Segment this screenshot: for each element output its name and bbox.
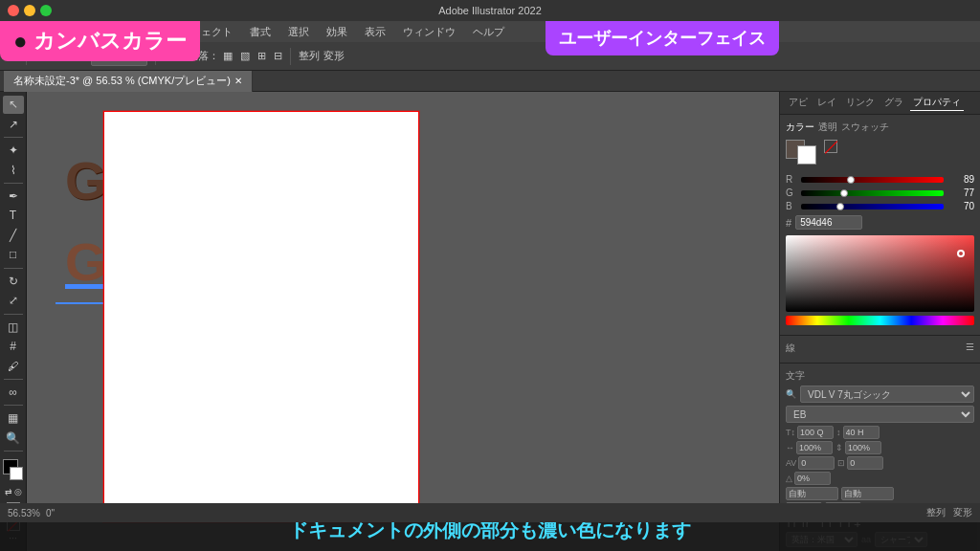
tracking-pct-input[interactable] (794, 472, 831, 485)
g-slider-thumb[interactable] (840, 189, 848, 197)
color-sub-tabs: カラー 透明 スウォッチ (786, 121, 974, 134)
line-tool[interactable]: ╱ (3, 227, 24, 245)
menu-select[interactable]: 選択 (280, 23, 317, 41)
rect-tool[interactable]: □ (3, 246, 24, 264)
bg-swatch[interactable] (797, 145, 816, 165)
b-value: 70 (947, 201, 974, 211)
auto-input-1[interactable] (786, 487, 838, 500)
selection-tool[interactable]: ↖ (3, 96, 24, 114)
pct-icon: △ (786, 474, 792, 483)
r-label: R (786, 174, 797, 185)
r-slider-track[interactable] (801, 177, 944, 183)
tab-link[interactable]: リンク (843, 95, 878, 111)
tracking-input[interactable] (847, 456, 883, 470)
menu-view[interactable]: 表示 (357, 23, 393, 41)
g-label: G (786, 187, 797, 198)
kern-metric-1: AV (786, 456, 835, 470)
document-tab[interactable]: 名称未設定-3* @ 56.53 % (CMYK/プレビュー) ✕ (4, 71, 253, 92)
reset-colors-icon[interactable]: ◎ (14, 487, 22, 496)
ui-label: ユーザーインターフェイス (546, 21, 779, 55)
eyedropper-tool[interactable]: 🖋 (3, 357, 24, 375)
font-name-select[interactable]: VDL V 7丸ゴシック (800, 386, 974, 403)
menu-help[interactable]: ヘルプ (465, 23, 512, 41)
blend-tool[interactable]: ∞ (3, 384, 24, 402)
r-slider-row: R 89 (786, 174, 974, 185)
font-weight-select[interactable]: EB (786, 406, 974, 423)
right-panel: アピ レイ リンク グラ プロパティ カラー 透明 スウォッチ (779, 92, 980, 551)
magic-wand-tool[interactable]: ✦ (3, 142, 24, 160)
pen-tool[interactable]: ✒ (3, 187, 24, 206)
hue-slider[interactable] (786, 316, 974, 325)
tab-layer[interactable]: レイ (814, 95, 839, 111)
canvas-area: GONTAN GONTAN 👈 (27, 92, 779, 551)
search-font-icon: 🔍 (786, 389, 796, 399)
zoom-level: 56.53% (8, 508, 40, 518)
swap-colors-icon[interactable]: ⇄ (5, 487, 12, 496)
kern-row: AV ⊡ (786, 456, 974, 470)
tool-separator2 (4, 183, 23, 184)
kern-input[interactable] (798, 456, 835, 470)
subtitle-text: ドキュメントの外側の部分も濃い色になります (289, 519, 691, 540)
tab-graph[interactable]: グラ (881, 95, 906, 111)
color-gradient-picker[interactable] (786, 235, 974, 312)
r-slider-thumb[interactable] (847, 176, 855, 184)
size-metric-3: ↔ (786, 441, 833, 454)
b-label: B (786, 201, 797, 211)
zoom-tool[interactable]: 🔍 (3, 430, 24, 448)
tab-properties[interactable]: プロパティ (910, 95, 964, 111)
color-picker-area (786, 235, 974, 325)
line-height-input[interactable] (843, 426, 880, 439)
tab-api[interactable]: アピ (786, 95, 811, 111)
stroke-header: 線 ☰ (786, 342, 974, 355)
lasso-tool[interactable]: ⌇ (3, 161, 24, 179)
menu-window[interactable]: ウィンドウ (395, 23, 463, 41)
text-tool[interactable]: T (3, 207, 24, 225)
kern-metric-2: ⊡ (837, 456, 883, 470)
panel-tab-bar: アピ レイ リンク グラ プロパティ (780, 92, 980, 115)
font-size-input[interactable] (797, 426, 834, 439)
g-slider-track[interactable] (801, 190, 944, 196)
b-slider-row: B 70 (786, 201, 974, 211)
transform-label: 変形 (323, 49, 345, 63)
direct-selection-tool[interactable]: ↗ (3, 116, 24, 134)
b-slider-track[interactable] (801, 204, 944, 209)
size-metric-4: ⇕ (835, 441, 881, 454)
color-picker-circle (957, 250, 965, 257)
close-button[interactable] (8, 5, 19, 16)
transparency-tab[interactable]: 透明 (818, 121, 837, 134)
rotate-tool[interactable]: ↻ (3, 273, 24, 291)
no-color-swatch[interactable] (824, 140, 837, 153)
width-input[interactable] (796, 441, 833, 454)
height-input[interactable] (845, 441, 881, 454)
width-icon: ↔ (786, 443, 794, 452)
stroke-section: 線 ☰ (780, 336, 980, 364)
font-name-row: 🔍 VDL V 7丸ゴシック (786, 386, 974, 403)
menu-effect[interactable]: 効果 (319, 23, 355, 41)
swatches-tab[interactable]: スウォッチ (841, 121, 889, 134)
tracking-row: △ (786, 472, 974, 485)
gradient-tool[interactable]: ◫ (3, 318, 24, 336)
left-toolbar: ↖ ↗ ✦ ⌇ ✒ T ╱ □ ↻ ⤢ ◫ # 🖋 ∞ ▦ 🔍 ⇄ ◎ (0, 92, 27, 551)
menu-format[interactable]: 書式 (242, 23, 278, 41)
tab-close-button[interactable]: ✕ (234, 76, 242, 86)
tracking-icon: ⊡ (837, 458, 845, 468)
color-tab[interactable]: カラー (786, 121, 814, 134)
b-slider-thumb[interactable] (836, 203, 844, 210)
auto-input-2[interactable] (841, 487, 894, 500)
scale-tool[interactable]: ⤢ (3, 292, 24, 310)
hash-label: # (786, 217, 791, 229)
graph-tool[interactable]: ▦ (3, 409, 24, 428)
hex-row: # (786, 215, 974, 230)
background-color[interactable] (10, 467, 23, 480)
mesh-tool[interactable]: # (3, 338, 24, 356)
tool-separator (4, 137, 23, 138)
stroke-menu-icon[interactable]: ☰ (966, 342, 974, 355)
main-area: ↖ ↗ ✦ ⌇ ✒ T ╱ □ ↻ ⤢ ◫ # 🖋 ∞ ▦ 🔍 ⇄ ◎ (0, 92, 980, 551)
size-icon-1: T↕ (786, 428, 795, 437)
maximize-button[interactable] (40, 5, 52, 16)
no-color-icon (824, 140, 837, 153)
hex-input[interactable] (795, 215, 862, 230)
size-metric-2: ↕ (836, 426, 880, 439)
separator3 (290, 48, 291, 65)
minimize-button[interactable] (24, 5, 35, 16)
